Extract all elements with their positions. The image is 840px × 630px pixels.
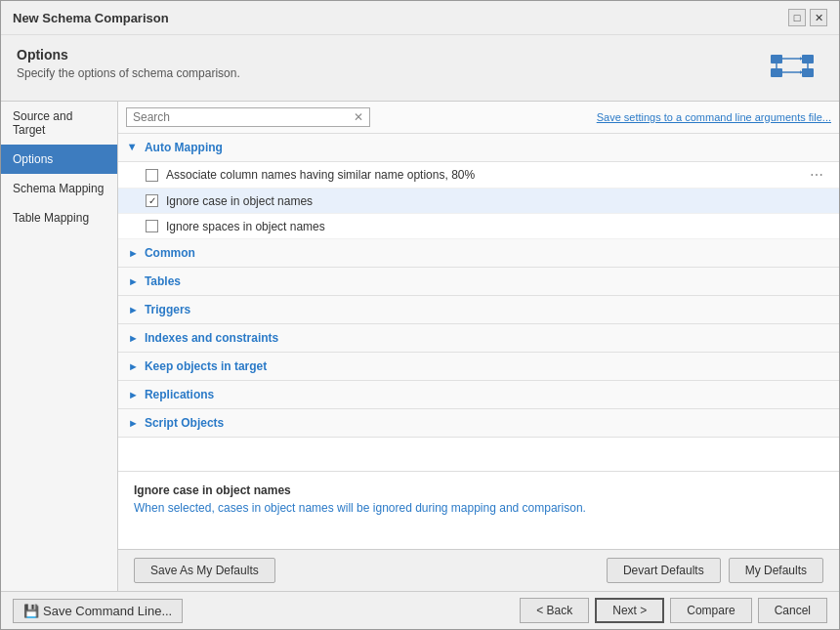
svg-rect-0 bbox=[771, 55, 782, 63]
minimize-button[interactable]: □ bbox=[788, 9, 806, 26]
svg-marker-9 bbox=[800, 70, 802, 74]
info-description: When selected, cases in object names wil… bbox=[134, 501, 823, 515]
schema-icon bbox=[769, 51, 816, 93]
section-indexes[interactable]: ► Indexes and constraints bbox=[118, 324, 839, 353]
section-title-indexes: Indexes and constraints bbox=[145, 331, 278, 345]
save-defaults-button[interactable]: Save As My Defaults bbox=[134, 558, 275, 583]
search-clear-button[interactable]: ✕ bbox=[354, 110, 363, 124]
close-button[interactable]: ✕ bbox=[810, 9, 827, 26]
save-settings-link[interactable]: Save settings to a command line argument… bbox=[597, 111, 831, 123]
right-buttons: Devart Defaults My Defaults bbox=[607, 558, 823, 583]
option-label-associate-column: Associate column names having similar na… bbox=[166, 168, 806, 182]
section-title-replications: Replications bbox=[145, 388, 214, 401]
header: Options Specify the options of schema co… bbox=[1, 35, 839, 101]
titlebar-controls: □ ✕ bbox=[788, 9, 827, 26]
info-panel: Ignore case in object names When selecte… bbox=[118, 471, 839, 549]
section-content-auto-mapping: Associate column names having similar na… bbox=[118, 162, 839, 239]
section-title-triggers: Triggers bbox=[145, 303, 190, 316]
sidebar-item-table-mapping[interactable]: Table Mapping bbox=[1, 203, 117, 232]
footer: 💾 Save Command Line... < Back Next > Com… bbox=[1, 591, 839, 629]
chevron-indexes: ► bbox=[128, 332, 139, 344]
section-title-common: Common bbox=[145, 246, 195, 260]
svg-rect-2 bbox=[802, 55, 814, 63]
next-button[interactable]: Next > bbox=[595, 598, 664, 623]
compare-button[interactable]: Compare bbox=[670, 598, 751, 623]
section-title-keep-objects: Keep objects in target bbox=[145, 359, 267, 373]
chevron-tables: ► bbox=[128, 275, 139, 287]
svg-rect-3 bbox=[802, 68, 814, 77]
back-button[interactable]: < Back bbox=[520, 598, 589, 623]
footer-left: 💾 Save Command Line... bbox=[13, 599, 183, 623]
header-text: Options Specify the options of schema co… bbox=[17, 47, 240, 80]
devart-defaults-button[interactable]: Devart Defaults bbox=[607, 558, 721, 583]
option-label-ignore-case: Ignore case in object names bbox=[166, 194, 827, 208]
titlebar: New Schema Comparison □ ✕ bbox=[1, 1, 839, 35]
save-icon: 💾 bbox=[23, 604, 39, 618]
button-bar: Save As My Defaults Devart Defaults My D… bbox=[118, 549, 839, 591]
option-ignore-case: Ignore case in object names bbox=[118, 189, 839, 214]
chevron-replications: ► bbox=[128, 389, 139, 400]
chevron-auto-mapping: ► bbox=[127, 143, 139, 153]
footer-right: < Back Next > Compare Cancel bbox=[520, 598, 827, 623]
checkbox-associate-column[interactable] bbox=[146, 169, 158, 182]
search-input[interactable] bbox=[133, 110, 354, 124]
chevron-common: ► bbox=[128, 247, 139, 259]
option-label-ignore-spaces: Ignore spaces in object names bbox=[166, 220, 827, 233]
sidebar-item-schema-mapping[interactable]: Schema Mapping bbox=[1, 174, 117, 203]
section-tables[interactable]: ► Tables bbox=[118, 268, 839, 296]
svg-rect-1 bbox=[771, 68, 782, 77]
main-window: New Schema Comparison □ ✕ Options Specif… bbox=[0, 0, 840, 630]
section-keep-objects[interactable]: ► Keep objects in target bbox=[118, 353, 839, 381]
save-command-line-label: Save Command Line... bbox=[43, 604, 172, 618]
section-auto-mapping[interactable]: ► Auto Mapping bbox=[118, 134, 839, 162]
main-toolbar: ✕ Save settings to a command line argume… bbox=[118, 102, 839, 134]
checkbox-ignore-spaces[interactable] bbox=[146, 220, 158, 232]
section-replications[interactable]: ► Replications bbox=[118, 381, 839, 409]
header-top: Options Specify the options of schema co… bbox=[17, 47, 823, 93]
section-script-objects[interactable]: ► Script Objects bbox=[118, 409, 839, 438]
save-command-line-button[interactable]: 💾 Save Command Line... bbox=[13, 599, 183, 623]
more-button-associate-column[interactable]: ⋯ bbox=[806, 167, 827, 183]
option-associate-column: Associate column names having similar na… bbox=[118, 162, 839, 189]
section-common[interactable]: ► Common bbox=[118, 239, 839, 268]
window-title: New Schema Comparison bbox=[13, 11, 169, 25]
header-title: Options bbox=[17, 47, 240, 63]
sidebar: Source and Target Options Schema Mapping… bbox=[1, 102, 118, 591]
option-ignore-spaces: Ignore spaces in object names bbox=[118, 214, 839, 239]
sidebar-item-source-target[interactable]: Source and Target bbox=[1, 102, 117, 145]
section-title-script-objects: Script Objects bbox=[145, 416, 224, 430]
cancel-button[interactable]: Cancel bbox=[758, 598, 827, 623]
checkbox-ignore-case[interactable] bbox=[146, 194, 158, 207]
sidebar-item-options[interactable]: Options bbox=[1, 145, 117, 174]
section-triggers[interactable]: ► Triggers bbox=[118, 296, 839, 324]
info-title: Ignore case in object names bbox=[134, 483, 823, 497]
header-subtitle: Specify the options of schema comparison… bbox=[17, 66, 240, 80]
section-title-auto-mapping: Auto Mapping bbox=[145, 141, 223, 154]
section-title-tables: Tables bbox=[145, 274, 181, 288]
search-box[interactable]: ✕ bbox=[126, 107, 370, 127]
chevron-script-objects: ► bbox=[128, 417, 139, 429]
content-area: Source and Target Options Schema Mapping… bbox=[1, 101, 839, 591]
main-panel: ✕ Save settings to a command line argume… bbox=[118, 102, 839, 591]
my-defaults-button[interactable]: My Defaults bbox=[729, 558, 823, 583]
chevron-keep-objects: ► bbox=[128, 360, 139, 372]
options-list: ► Auto Mapping Associate column names ha… bbox=[118, 134, 839, 471]
svg-marker-8 bbox=[800, 57, 802, 61]
chevron-triggers: ► bbox=[128, 304, 139, 315]
